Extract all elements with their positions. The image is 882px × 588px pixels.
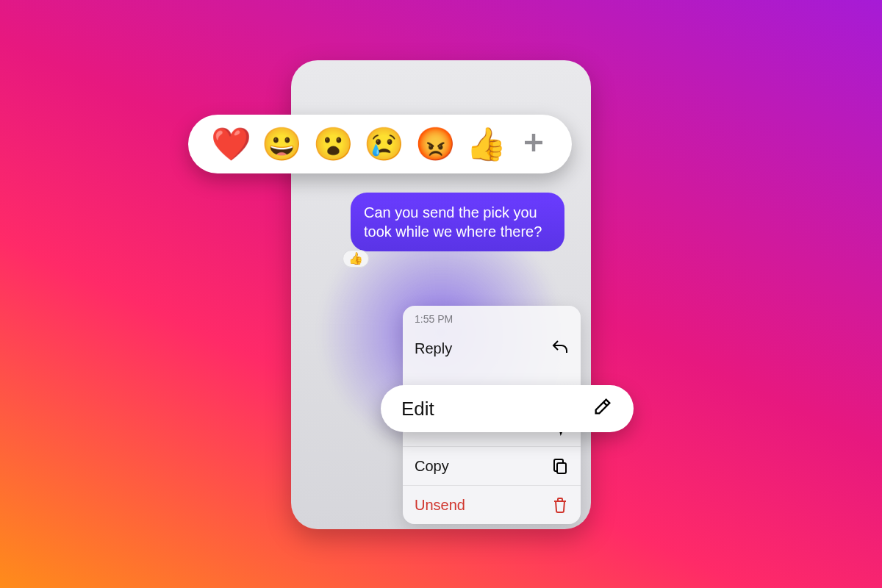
menu-item-edit[interactable]: Edit <box>381 385 634 432</box>
emoji-reaction-bar: ❤️ 😀 😮 😢 😡 👍 <box>188 115 572 173</box>
reaction-thumbs-up[interactable]: 👍 <box>466 128 506 160</box>
reaction-sad[interactable]: 😢 <box>364 128 404 160</box>
add-reaction-button[interactable] <box>517 128 550 160</box>
menu-label-copy: Copy <box>415 458 449 475</box>
message-reaction-chip[interactable]: 👍 <box>343 250 369 268</box>
reaction-angry[interactable]: 😡 <box>415 128 456 160</box>
menu-label-edit: Edit <box>401 398 434 420</box>
plus-icon <box>520 129 547 159</box>
message-text: Can you send the pick you took while we … <box>364 204 542 240</box>
gradient-background: Can you send the pick you took while we … <box>0 0 882 588</box>
menu-timestamp: 1:55 PM <box>403 306 581 329</box>
menu-label-unsend: Unsend <box>415 497 465 514</box>
copy-icon <box>551 457 569 475</box>
pencil-icon <box>592 396 613 422</box>
svg-rect-0 <box>557 463 566 473</box>
menu-item-copy[interactable]: Copy <box>403 446 581 485</box>
trash-icon <box>551 496 569 514</box>
reaction-wow[interactable]: 😮 <box>313 128 354 160</box>
reaction-heart[interactable]: ❤️ <box>211 128 251 160</box>
reaction-emoji: 👍 <box>348 252 363 265</box>
sent-message-bubble[interactable]: Can you send the pick you took while we … <box>351 193 564 251</box>
menu-item-unsend[interactable]: Unsend <box>403 485 581 524</box>
menu-label-reply: Reply <box>415 340 452 357</box>
reply-arrow-icon <box>551 340 569 357</box>
menu-item-reply[interactable]: Reply <box>403 329 581 368</box>
reaction-laugh[interactable]: 😀 <box>262 128 302 160</box>
